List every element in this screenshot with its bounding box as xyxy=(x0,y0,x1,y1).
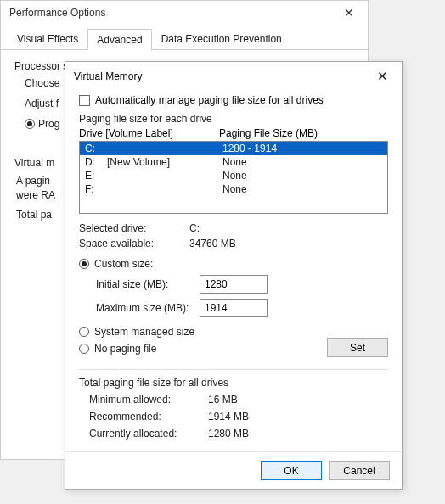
drive-list-header: Drive [Volume Label] Paging File Size (M… xyxy=(79,127,388,139)
space-available-value: 34760 MB xyxy=(189,238,236,249)
perf-titlebar: Performance Options ✕ xyxy=(1,1,368,25)
vm-body: Automatically manage paging file size fo… xyxy=(65,91,402,451)
perf-tabs: Visual Effects Advanced Data Execution P… xyxy=(1,25,368,50)
vm-footer: OK Cancel xyxy=(65,451,402,489)
no-paging-file-label: No paging file xyxy=(94,343,156,355)
perf-title: Performance Options xyxy=(9,7,105,19)
vm-titlebar: Virtual Memory ✕ xyxy=(65,62,402,91)
divider xyxy=(79,369,388,370)
recommended-value: 1914 MB xyxy=(208,411,249,423)
drive-list[interactable]: C: 1280 - 1914 D: [New Volume] None E: N… xyxy=(79,141,388,214)
drive-letter: F: xyxy=(85,183,107,195)
min-allowed-label: Minimum allowed: xyxy=(89,394,208,406)
drive-row[interactable]: E: None xyxy=(80,169,387,182)
custom-size-radio[interactable]: Custom size: xyxy=(79,258,388,270)
drive-volume: [New Volume] xyxy=(107,156,222,168)
cancel-button[interactable]: Cancel xyxy=(329,461,390,480)
ok-button[interactable]: OK xyxy=(261,461,322,480)
close-icon[interactable]: ✕ xyxy=(372,69,393,84)
drive-volume xyxy=(107,143,222,154)
programs-label: Prog xyxy=(38,118,59,130)
header-size: Paging File Size (MB) xyxy=(219,127,388,139)
radio-icon xyxy=(79,327,89,337)
maximum-size-row: Maximum size (MB): xyxy=(96,299,388,317)
recommended-label: Recommended: xyxy=(89,411,208,423)
auto-manage-checkbox[interactable]: Automatically manage paging file size fo… xyxy=(79,94,388,106)
vm-title: Virtual Memory xyxy=(74,70,142,82)
drive-letter: D: xyxy=(85,156,107,168)
maximum-size-label: Maximum size (MB): xyxy=(96,302,200,314)
initial-size-input[interactable] xyxy=(200,275,268,294)
tab-dep[interactable]: Data Execution Prevention xyxy=(152,28,291,49)
set-button[interactable]: Set xyxy=(327,338,388,357)
radio-icon xyxy=(25,119,35,129)
close-icon[interactable]: ✕ xyxy=(339,6,359,20)
space-available-label: Space available: xyxy=(79,238,189,249)
currently-allocated-value: 1280 MB xyxy=(208,428,249,440)
radio-icon xyxy=(79,259,89,269)
currently-allocated-label: Currently allocated: xyxy=(89,428,208,440)
min-allowed-value: 16 MB xyxy=(208,394,238,406)
maximum-size-input[interactable] xyxy=(200,299,268,317)
drive-size: None xyxy=(222,183,382,195)
radio-icon xyxy=(79,344,89,354)
initial-size-label: Initial size (MB): xyxy=(96,278,200,290)
drive-letter: C: xyxy=(85,143,107,154)
drive-letter: E: xyxy=(85,170,107,182)
totals-label: Total paging file size for all drives xyxy=(79,377,388,389)
drive-row[interactable]: F: None xyxy=(80,182,387,196)
drive-size: None xyxy=(222,156,382,168)
system-managed-radio[interactable]: System managed size xyxy=(79,326,388,338)
selected-drive-label: Selected drive: xyxy=(79,222,189,234)
tab-visual-effects[interactable]: Visual Effects xyxy=(8,28,87,49)
initial-size-row: Initial size (MB): xyxy=(96,275,388,294)
drive-volume xyxy=(107,170,222,182)
selected-drive-value: C: xyxy=(189,222,200,234)
virtual-memory-window: Virtual Memory ✕ Automatically manage pa… xyxy=(65,61,403,490)
drive-row[interactable]: C: 1280 - 1914 xyxy=(80,142,387,155)
space-available-row: Space available: 34760 MB xyxy=(79,238,388,249)
checkbox-icon xyxy=(79,95,90,106)
tab-advanced[interactable]: Advanced xyxy=(87,29,151,50)
paging-file-size-label: Paging file size for each drive xyxy=(79,113,388,125)
selected-drive-row: Selected drive: C: xyxy=(79,222,388,234)
system-managed-label: System managed size xyxy=(94,326,194,338)
drive-size: 1280 - 1914 xyxy=(222,143,382,154)
custom-size-label: Custom size: xyxy=(94,258,153,270)
auto-manage-label: Automatically manage paging file size fo… xyxy=(95,94,324,106)
drive-row[interactable]: D: [New Volume] None xyxy=(80,155,387,169)
header-drive: Drive [Volume Label] xyxy=(79,127,219,139)
drive-size: None xyxy=(222,170,382,182)
totals-section: Minimum allowed: 16 MB Recommended: 1914… xyxy=(79,394,388,440)
drive-volume xyxy=(107,183,222,195)
